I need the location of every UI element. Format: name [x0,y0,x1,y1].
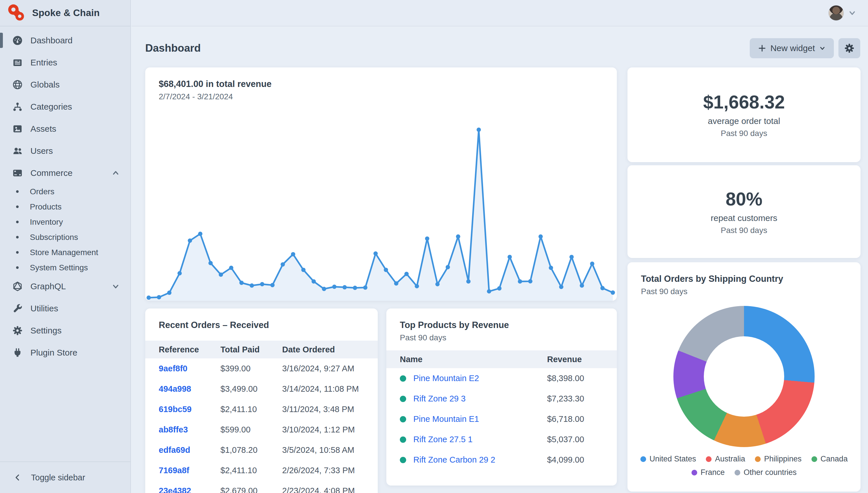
legend-item-australia: Australia [706,454,745,464]
product-name-link[interactable]: Rift Zone 27.5 1 [413,435,472,444]
order-reference-link[interactable]: 23e4382 [159,486,191,493]
order-date-ordered: 3/11/2024, 3:48 PM [282,405,364,414]
sidebar-subitem-label: System Settings [30,263,88,272]
order-date-ordered: 2/26/2024, 7:33 PM [282,466,364,475]
order-reference-link[interactable]: edfa69d [159,445,190,454]
order-reference-link[interactable]: 494a998 [159,384,191,393]
column-header-reference: Reference [159,345,220,355]
recent-orders-title: Recent Orders – Received [159,320,364,330]
legend-item-france: France [692,468,725,477]
sidebar-item-entries[interactable]: Entries [0,51,130,73]
average-order-widget: $1,668.32 average order total Past 90 da… [628,67,861,162]
repeat-customers-widget: 80% repeat customers Past 90 days [628,165,861,258]
sidebar-subitem-subscriptions[interactable]: Subscriptions [0,230,130,245]
sidebar-item-label: Categories [30,102,72,112]
toggle-sidebar-button[interactable]: Toggle sidebar [0,462,130,493]
new-widget-button[interactable]: New widget [750,38,834,58]
revenue-widget-date-range: 2/7/2024 - 3/21/2024 [159,92,604,101]
order-reference-link[interactable]: 619bc59 [159,405,192,414]
sidebar-item-plugin-store[interactable]: Plugin Store [0,342,130,364]
bullet-icon [16,266,19,269]
repeat-customers-period: Past 90 days [721,226,767,235]
top-products-widget: Top Products by Revenue Past 90 days Nam… [386,308,617,486]
sidebar-item-settings[interactable]: Settings [0,319,130,342]
legend-dot-icon [640,456,646,462]
legend-dot-icon [735,470,740,475]
product-row: Rift Zone Carbon 29 2$4,099.00 [400,450,604,470]
orders-by-country-title: Total Orders by Shipping Country [641,274,847,284]
sidebar-item-dashboard[interactable]: Dashboard [0,29,130,51]
orders-by-country-subtitle: Past 90 days [641,287,847,296]
chevron-down-icon [111,282,120,291]
bullet-icon [16,206,19,208]
sidebar-subitem-label: Orders [30,187,55,196]
user-menu-chevron-down-icon[interactable] [848,8,856,17]
order-reference-link[interactable]: 7169a8f [159,466,189,475]
legend-label: France [701,468,725,477]
dashboard-settings-button[interactable] [839,38,860,58]
sidebar-subitem-label: Subscriptions [30,233,78,242]
sidebar-item-commerce[interactable]: Commerce [0,162,130,184]
legend-item-other-countries: Other countries [735,468,797,477]
legend-dot-icon [692,470,697,475]
order-reference-link[interactable]: ab8ffe3 [159,425,188,434]
legend-label: United States [650,454,696,464]
sidebar-subitem-store-management[interactable]: Store Management [0,245,130,260]
order-total-paid: $2,411.10 [220,466,282,475]
legend-label: Other countries [744,468,797,477]
status-dot-icon [400,457,406,463]
product-name-link[interactable]: Pine Mountain E1 [413,414,479,424]
order-row: 7169a8f$2,411.102/26/2024, 7:33 PM [159,460,364,481]
sidebar-header: Spoke & Chain [0,0,130,26]
sidebar-item-globals[interactable]: Globals [0,73,130,95]
order-total-paid: $2,411.10 [220,405,282,414]
sidebar-subitem-products[interactable]: Products [0,199,130,214]
image-icon [12,123,23,134]
status-dot-icon [400,436,406,443]
order-reference-link[interactable]: 9aef8f0 [159,364,187,373]
gear-icon [12,325,23,336]
average-order-period: Past 90 days [721,129,767,138]
product-name-link[interactable]: Rift Zone Carbon 29 2 [413,455,495,465]
newspaper-icon [12,57,23,68]
sidebar-item-categories[interactable]: Categories [0,95,130,117]
user-avatar[interactable] [828,5,844,21]
sidebar-subitem-system-settings[interactable]: System Settings [0,260,130,275]
product-row: Rift Zone 29 3$7,233.30 [400,389,604,409]
sidebar-item-users[interactable]: Users [0,140,130,162]
recent-orders-table-header: Reference Total Paid Date Ordered [145,341,378,359]
order-date-ordered: 2/23/2024, 4:08 PM [282,486,364,493]
shipping-country-donut-chart [673,306,814,447]
sidebar-item-assets[interactable]: Assets [0,117,130,140]
legend-dot-icon [755,456,761,462]
product-name-link[interactable]: Rift Zone 29 3 [413,394,466,404]
sidebar-subitem-orders[interactable]: Orders [0,184,130,199]
sidebar-item-graphql[interactable]: GraphQL [0,275,130,297]
sidebar-item-label: Utilities [30,304,58,313]
sidebar-subitem-label: Products [30,202,62,212]
spoke-and-chain-logo-icon [7,4,25,22]
average-order-value: $1,668.32 [703,91,785,113]
sidebar-item-label: GraphQL [30,281,66,291]
bullet-icon [16,236,19,238]
sidebar-subitem-inventory[interactable]: Inventory [0,214,130,230]
legend-item-philippines: Philippines [755,454,802,464]
sidebar-item-label: Dashboard [30,36,72,45]
product-revenue: $7,233.30 [547,394,604,404]
sidebar-nav: DashboardEntriesGlobalsCategoriesAssetsU… [0,26,130,364]
product-name-link[interactable]: Pine Mountain E2 [413,373,479,383]
topbar [131,0,868,26]
order-date-ordered: 3/5/2024, 10:58 AM [282,445,364,455]
legend-label: Canada [821,454,848,464]
legend-item-united-states: United States [640,454,696,464]
sidebar: Spoke & Chain DashboardEntriesGlobalsCat… [0,0,131,493]
sidebar-item-utilities[interactable]: Utilities [0,297,130,319]
recent-orders-table-body: 9aef8f0$399.003/16/2024, 9:27 AM494a998$… [145,359,378,493]
sidebar-item-label: Commerce [30,168,72,178]
page-title: Dashboard [145,42,200,54]
revenue-line-chart [145,125,617,301]
order-row: ab8ffe3$599.003/10/2024, 1:12 PM [159,420,364,440]
sidebar-item-label: Entries [30,58,57,67]
globe-icon [12,79,23,90]
sidebar-item-label: Users [30,146,53,156]
